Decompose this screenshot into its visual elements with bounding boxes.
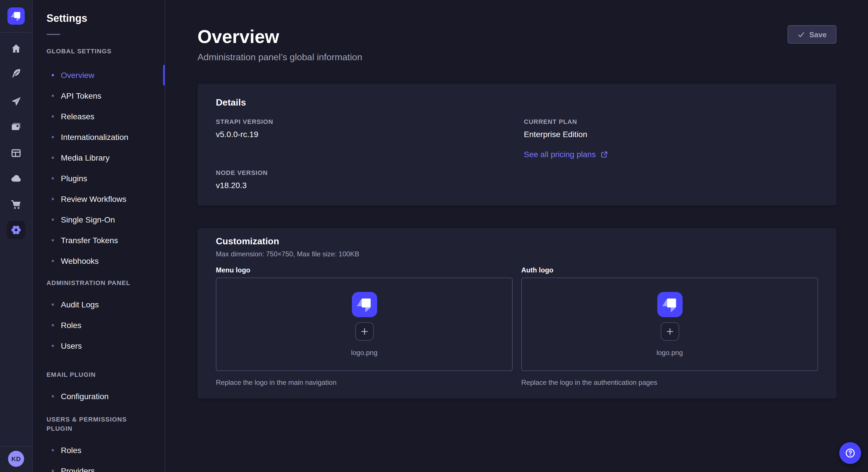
auth-logo-field: Auth logo logo.png Replace the logo in t… xyxy=(521,266,818,387)
check-icon xyxy=(797,31,805,38)
sidebar-item-label: Webhooks xyxy=(61,256,99,266)
sidebar-item-label: Internationalization xyxy=(61,133,128,142)
sidebar-item-email-configuration[interactable]: Configuration xyxy=(33,386,165,407)
field-value: Enterprise Edition xyxy=(524,130,818,139)
sidebar-item-overview[interactable]: Overview xyxy=(33,65,165,86)
sidebar-item-label: API Tokens xyxy=(61,91,101,100)
bullet-icon xyxy=(52,115,54,117)
sidebar-item-plugins[interactable]: Plugins xyxy=(33,168,165,189)
save-button-label: Save xyxy=(809,30,827,39)
sidebar-item-label: Users xyxy=(61,341,82,350)
subnav-section-email-plugin: EMAIL PLUGIN Configuration xyxy=(33,370,165,407)
section-label: ADMINISTRATION PANEL xyxy=(33,278,165,287)
bullet-icon xyxy=(52,470,54,472)
rail-divider-top xyxy=(0,32,32,33)
layout-icon[interactable] xyxy=(10,147,22,159)
current-plan-field: CURRENT PLAN Enterprise Edition xyxy=(524,118,818,139)
sidebar-item-label: Audit Logs xyxy=(61,300,99,309)
menu-logo-label: Menu logo xyxy=(216,266,513,275)
avatar[interactable]: KD xyxy=(8,451,24,467)
section-label: EMAIL PLUGIN xyxy=(33,370,165,379)
bullet-icon xyxy=(52,136,54,138)
bullet-icon xyxy=(52,345,54,347)
page-title: Overview xyxy=(197,25,836,48)
bullet-icon xyxy=(52,177,54,179)
sidebar-item-media-library[interactable]: Media Library xyxy=(33,147,165,168)
sidebar-item-label: Overview xyxy=(61,71,94,80)
customization-constraints: Max dimension: 750×750, Max file size: 1… xyxy=(216,249,818,259)
sidebar-item-transfer-tokens[interactable]: Transfer Tokens xyxy=(33,230,165,250)
bullet-icon xyxy=(52,395,54,398)
bullet-icon xyxy=(52,449,54,451)
sidebar-item-up-providers[interactable]: Providers xyxy=(33,461,165,472)
rail-divider-bottom xyxy=(0,446,32,447)
sidebar-item-admin-roles[interactable]: Roles xyxy=(33,315,165,336)
feather-icon[interactable] xyxy=(10,68,22,79)
paper-plane-icon[interactable] xyxy=(10,96,22,107)
sidebar-item-label: Providers xyxy=(61,466,95,472)
subnav-section-users-permissions-plugin: USERS & PERMISSIONS PLUGIN Roles Provide… xyxy=(33,415,165,472)
gear-icon-active[interactable] xyxy=(7,221,25,239)
strapi-admin-settings-screen: KD Settings GLOBAL SETTINGS Overview API… xyxy=(0,0,868,472)
sidebar-item-up-roles[interactable]: Roles xyxy=(33,440,165,461)
logo-filename: logo.png xyxy=(351,349,377,357)
page-header: Overview Administration panel’s global i… xyxy=(197,0,836,64)
pricing-plans-link[interactable]: See all pricing plans xyxy=(524,150,608,159)
subnav-section-global-settings: GLOBAL SETTINGS Overview API Tokens Rele… xyxy=(33,46,165,271)
section-label: GLOBAL SETTINGS xyxy=(33,46,165,56)
sidebar-item-api-tokens[interactable]: API Tokens xyxy=(33,86,165,106)
field-label: CURRENT PLAN xyxy=(524,118,818,126)
logo-filename: logo.png xyxy=(656,349,683,357)
sidebar-item-label: Roles xyxy=(61,446,82,455)
details-card: Details STRAPI VERSION v5.0.0-rc.19 NODE… xyxy=(197,84,836,205)
subnav-title: Settings xyxy=(33,0,165,25)
auth-logo-label: Auth logo xyxy=(521,266,818,275)
home-icon[interactable] xyxy=(10,43,22,55)
sidebar-item-audit-logs[interactable]: Audit Logs xyxy=(33,294,165,315)
auth-logo-dropzone[interactable]: logo.png xyxy=(521,278,818,371)
bullet-icon xyxy=(52,324,54,326)
sidebar-item-label: Roles xyxy=(61,321,82,330)
menu-logo-dropzone[interactable]: logo.png xyxy=(216,278,513,371)
bullet-icon xyxy=(52,260,54,262)
details-card-title: Details xyxy=(216,98,818,108)
question-mark-icon xyxy=(844,447,856,459)
field-value: v5.0.0-rc.19 xyxy=(216,130,510,139)
add-logo-button[interactable] xyxy=(355,322,373,341)
add-logo-button[interactable] xyxy=(660,322,679,341)
cloud-icon[interactable] xyxy=(10,173,22,184)
pricing-plans-link-label: See all pricing plans xyxy=(524,150,596,159)
sidebar-item-label: Configuration xyxy=(61,392,109,401)
strapi-version-field: STRAPI VERSION v5.0.0-rc.19 xyxy=(216,118,510,139)
details-column-right: CURRENT PLAN Enterprise Edition See all … xyxy=(524,118,818,191)
strapi-logo-preview xyxy=(657,292,682,317)
sidebar-item-internationalization[interactable]: Internationalization xyxy=(33,127,165,147)
sidebar-item-admin-users[interactable]: Users xyxy=(33,336,165,356)
sidebar-item-label: Single Sign-On xyxy=(61,215,115,224)
field-label: STRAPI VERSION xyxy=(216,118,510,126)
bullet-icon xyxy=(52,239,54,241)
sidebar-item-label: Plugins xyxy=(61,174,87,183)
help-button[interactable] xyxy=(839,442,861,464)
field-value: v18.20.3 xyxy=(216,181,510,191)
cart-icon[interactable] xyxy=(10,199,22,210)
menu-logo-field: Menu logo logo.png Replace the logo in t… xyxy=(216,266,513,387)
main-nav-rail: KD xyxy=(0,0,33,472)
sidebar-item-single-sign-on[interactable]: Single Sign-On xyxy=(33,209,165,230)
bullet-icon xyxy=(52,95,54,97)
save-button[interactable]: Save xyxy=(787,25,836,43)
menu-logo-hint: Replace the logo in the main navigation xyxy=(216,378,513,387)
customization-card: Customization Max dimension: 750×750, Ma… xyxy=(197,228,836,399)
strapi-logo[interactable] xyxy=(7,7,25,25)
page-subtitle: Administration panel’s global informatio… xyxy=(197,50,836,64)
main-content: Overview Administration panel’s global i… xyxy=(166,0,868,472)
sidebar-item-label: Releases xyxy=(61,112,94,121)
sidebar-item-label: Review Workflows xyxy=(61,194,126,204)
sidebar-item-webhooks[interactable]: Webhooks xyxy=(33,250,165,271)
sidebar-item-releases[interactable]: Releases xyxy=(33,106,165,127)
sidebar-item-label: Media Library xyxy=(61,153,110,162)
bullet-icon xyxy=(52,198,54,200)
plus-icon xyxy=(359,326,369,337)
images-icon[interactable] xyxy=(10,121,22,133)
sidebar-item-review-workflows[interactable]: Review Workflows xyxy=(33,189,165,209)
